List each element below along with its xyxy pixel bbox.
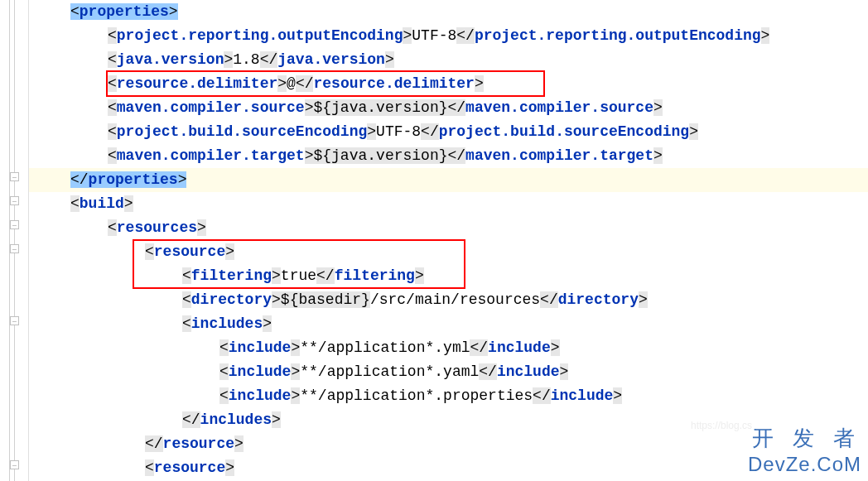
token: ${basedir}	[281, 291, 370, 308]
token: <	[182, 267, 191, 284]
token: project.build.sourceEncoding	[117, 123, 367, 140]
fold-marker-icon[interactable]: —	[10, 244, 19, 253]
token: **/application*.yaml	[300, 363, 479, 380]
code-line[interactable]: <project.build.sourceEncoding>UTF-8</pro…	[29, 120, 868, 144]
token: include	[488, 339, 551, 356]
token: maven.compiler.target	[117, 147, 305, 164]
token: resource	[154, 243, 225, 260]
token: <	[219, 387, 229, 404]
token: <	[108, 123, 117, 140]
token: >	[305, 99, 314, 116]
code-line[interactable]: <resource>	[29, 456, 868, 480]
code-line[interactable]: <project.reporting.outputEncoding>UTF-8<…	[29, 24, 868, 48]
token: >	[277, 75, 287, 92]
token: include	[551, 387, 614, 404]
code-line[interactable]: <java.version>1.8</java.version>	[29, 48, 868, 72]
token: maven.compiler.source	[465, 99, 653, 116]
token: properties	[80, 3, 169, 20]
token: directory	[558, 291, 639, 308]
code-line[interactable]: <maven.compiler.target>${java.version}</…	[29, 144, 868, 168]
code-line[interactable]: </properties>	[29, 168, 868, 192]
token: >	[653, 99, 663, 116]
code-line[interactable]: <include>**/application*.yml</include>	[29, 336, 868, 360]
token: <	[219, 339, 229, 356]
token: >	[385, 51, 394, 68]
token: >	[475, 75, 484, 92]
token: includes	[200, 411, 272, 428]
token: include	[229, 363, 292, 380]
token: </	[540, 291, 558, 308]
faint-watermark: https://blog.cs	[691, 420, 752, 431]
token: </	[296, 75, 314, 92]
code-line[interactable]: <include>**/application*.properties</inc…	[29, 384, 868, 408]
token: **/application*.properties	[300, 387, 533, 404]
token: <	[219, 363, 229, 380]
code-line[interactable]: <resource>	[29, 240, 868, 264]
code-line[interactable]: <resource.delimiter>@</resource.delimite…	[29, 72, 868, 96]
token: <	[145, 459, 154, 476]
token: </	[260, 51, 278, 68]
code-editor[interactable]: <properties><project.reporting.outputEnc…	[29, 0, 868, 480]
token: >	[272, 411, 281, 428]
code-line[interactable]: <filtering>true</filtering>	[29, 264, 868, 288]
token: /src/main/resources	[370, 291, 540, 308]
token: <	[108, 75, 117, 92]
token: project.reporting.outputEncoding	[117, 27, 403, 44]
token: include	[229, 339, 292, 356]
code-line[interactable]: <directory>${basedir}/src/main/resources…	[29, 288, 868, 312]
token: </	[470, 339, 488, 356]
token: project.build.sourceEncoding	[439, 123, 689, 140]
token: >	[415, 267, 424, 284]
token: </	[182, 411, 200, 428]
token: includes	[191, 315, 263, 332]
token: ${java.version}	[313, 147, 447, 164]
token: ${java.version}	[313, 99, 447, 116]
token: </	[448, 147, 466, 164]
fold-marker-icon[interactable]: —	[10, 316, 19, 325]
token: <	[108, 219, 117, 236]
token: true	[281, 267, 316, 284]
token: resource.delimiter	[117, 75, 277, 92]
token: >	[263, 315, 272, 332]
token: UTF-8	[412, 27, 456, 44]
fold-marker-icon[interactable]: —	[10, 196, 19, 205]
token: </	[316, 267, 335, 284]
token: <	[108, 51, 117, 68]
token: >	[224, 51, 233, 68]
token: </	[421, 123, 439, 140]
token: >	[639, 291, 648, 308]
code-line[interactable]: <includes>	[29, 312, 868, 336]
fold-marker-icon[interactable]: —	[10, 460, 19, 469]
token: >	[551, 339, 560, 356]
token: >	[178, 171, 187, 188]
token: @	[287, 75, 296, 92]
token: </	[70, 171, 89, 188]
token: <	[70, 3, 80, 20]
token: resource	[163, 435, 234, 452]
token: >	[291, 387, 300, 404]
code-line[interactable]: <build>	[29, 192, 868, 216]
token: >	[291, 339, 300, 356]
code-line[interactable]: <maven.compiler.source>${java.version}</…	[29, 96, 868, 120]
token: java.version	[277, 51, 385, 68]
code-line[interactable]: <resources>	[29, 216, 868, 240]
code-line[interactable]: <include>**/application*.yaml</include>	[29, 360, 868, 384]
token: UTF-8	[376, 123, 421, 140]
token: <	[108, 27, 117, 44]
code-line[interactable]: </resource>	[29, 432, 868, 456]
token: >	[225, 459, 234, 476]
code-line[interactable]: <properties>	[29, 0, 868, 24]
fold-marker-icon[interactable]: —	[10, 172, 19, 181]
token: maven.compiler.target	[465, 147, 653, 164]
token: <	[70, 195, 80, 212]
token: directory	[191, 291, 272, 308]
token: 1.8	[233, 51, 259, 68]
token: >	[560, 363, 569, 380]
editor-gutter: — — — — — —	[0, 0, 29, 481]
token: >	[197, 219, 206, 236]
fold-marker-icon[interactable]: —	[10, 220, 19, 229]
token: filtering	[335, 267, 415, 284]
token: include	[229, 387, 292, 404]
token: <	[108, 147, 117, 164]
token: </	[479, 363, 497, 380]
